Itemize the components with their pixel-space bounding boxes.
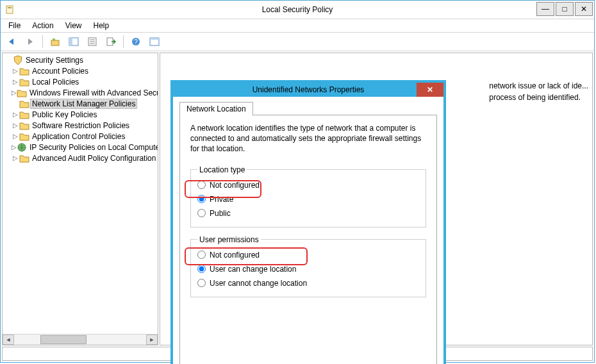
folder-icon	[19, 99, 29, 109]
tree-item[interactable]: ▷Account Policies	[3, 65, 158, 76]
up-button[interactable]	[47, 34, 63, 49]
menu-view[interactable]: View	[60, 21, 87, 31]
folder-icon	[19, 77, 29, 87]
tree-item[interactable]: ▷Local Policies	[3, 76, 158, 87]
tree-item-label: IP Security Policies on Local Compute	[28, 143, 158, 152]
scroll-track[interactable]	[14, 335, 146, 344]
close-button[interactable]: ✕	[575, 2, 593, 16]
radio-input[interactable]	[197, 195, 206, 203]
maximize-button[interactable]: □	[556, 2, 574, 16]
content-line: process of being identified.	[489, 92, 588, 103]
folder-icon	[19, 110, 29, 120]
tab-network-location[interactable]: Network Location	[179, 102, 253, 115]
dialog-body: Network Location A network location iden…	[173, 97, 443, 364]
tree-root[interactable]: ▷ Security Settings	[3, 54, 158, 65]
globe-icon	[17, 142, 27, 153]
folder-icon	[19, 131, 29, 142]
dialog-description: A network location identifies the type o…	[190, 123, 426, 154]
group-location-legend: Location type	[197, 165, 247, 174]
expander-icon[interactable]: ▷	[12, 111, 19, 118]
tree-item[interactable]: ▷Network List Manager Policies	[3, 98, 158, 109]
radio-label: User cannot change location	[210, 279, 307, 288]
radio-input[interactable]	[197, 181, 206, 189]
group-location-type: Location type Not configured Private Pub…	[190, 165, 426, 228]
shield-icon	[13, 55, 23, 65]
tree-root-label: Security Settings	[24, 56, 85, 65]
svg-rect-13	[150, 38, 159, 40]
tree-item-label: Public Key Policies	[31, 110, 98, 119]
tree-item[interactable]: ▷Windows Firewall with Advanced Secu	[3, 87, 158, 98]
radio-private[interactable]: Private	[197, 192, 419, 206]
folder-icon	[19, 120, 29, 131]
radio-public[interactable]: Public	[197, 206, 419, 220]
tree-item-label: Network List Manager Policies	[31, 99, 137, 108]
toolbar-separator	[42, 35, 43, 48]
dialog-titlebar[interactable]: Unidentified Networks Properties ✕	[173, 83, 443, 97]
expander-icon[interactable]: ▷	[12, 122, 19, 129]
help-button[interactable]: ?	[128, 34, 144, 49]
expander-icon[interactable]: ▷	[12, 78, 19, 85]
radio-not-configured[interactable]: Not configured	[197, 178, 419, 192]
expander-icon[interactable]: ▷	[12, 133, 19, 140]
menu-file[interactable]: File	[3, 21, 26, 31]
forward-button[interactable]	[22, 34, 38, 49]
svg-text:?: ?	[134, 38, 138, 46]
tab-content: A network location identifies the type o…	[179, 115, 437, 364]
toolbar-separator	[123, 35, 124, 48]
main-area: ▷ Security Settings ▷Account Policies▷Lo…	[1, 51, 594, 347]
window-controls: — □ ✕	[536, 2, 593, 16]
scroll-thumb[interactable]	[40, 335, 87, 344]
tree-item-label: Advanced Audit Policy Configuration	[31, 154, 157, 163]
radio-input[interactable]	[197, 265, 206, 273]
folder-icon	[17, 88, 27, 98]
expander-icon[interactable]: ▷	[12, 144, 17, 151]
svg-rect-0	[6, 6, 13, 13]
tree-item[interactable]: ▷Advanced Audit Policy Configuration	[3, 153, 158, 163]
svg-rect-2	[51, 40, 59, 46]
app-icon	[4, 4, 15, 15]
radio-label: User can change location	[210, 265, 296, 274]
scroll-left-button[interactable]: ◄	[3, 335, 14, 345]
menubar: File Action View Help	[1, 19, 594, 33]
content-line: network issue or lack of ide...	[489, 80, 588, 92]
refresh-button[interactable]	[146, 34, 163, 49]
tree-item-label: Local Policies	[31, 78, 80, 87]
tree-item[interactable]: ▷Public Key Policies	[3, 109, 158, 120]
radio-perm-not-configured[interactable]: Not configured	[197, 248, 419, 262]
radio-input[interactable]	[197, 279, 206, 287]
folder-icon	[19, 153, 29, 163]
dialog-title: Unidentified Networks Properties	[173, 85, 443, 94]
folder-icon	[19, 66, 29, 76]
horizontal-scrollbar[interactable]: ◄ ►	[3, 334, 158, 345]
dialog-close-button[interactable]: ✕	[417, 83, 443, 97]
show-hide-tree-button[interactable]	[65, 34, 82, 49]
menu-help[interactable]: Help	[88, 21, 115, 31]
scroll-right-button[interactable]: ►	[146, 335, 158, 345]
expander-icon[interactable]: ▷	[12, 89, 17, 96]
group-user-permissions: User permissions Not configured User can…	[190, 235, 426, 297]
radio-input[interactable]	[197, 209, 206, 217]
tree-item-label: Account Policies	[31, 67, 90, 76]
back-button[interactable]	[3, 34, 20, 49]
expander-icon[interactable]: ▷	[12, 154, 19, 161]
properties-dialog: Unidentified Networks Properties ✕ Netwo…	[170, 80, 446, 364]
content-text: network issue or lack of ide... process …	[489, 80, 588, 103]
toolbar: ?	[1, 33, 594, 51]
minimize-button[interactable]: —	[536, 2, 554, 16]
tree-item[interactable]: ▷IP Security Policies on Local Compute	[3, 142, 158, 153]
tree-item-label: Windows Firewall with Advanced Secu	[28, 88, 158, 97]
expander-icon[interactable]: ▷	[12, 67, 19, 74]
properties-button[interactable]	[84, 34, 101, 49]
radio-input[interactable]	[197, 251, 206, 259]
menu-action[interactable]: Action	[27, 21, 58, 31]
radio-label: Private	[210, 195, 233, 204]
radio-perm-cannot-change[interactable]: User cannot change location	[197, 276, 419, 290]
tree-item-label: Application Control Policies	[31, 132, 126, 141]
security-tree[interactable]: ▷ Security Settings ▷Account Policies▷Lo…	[3, 53, 158, 334]
radio-perm-can-change[interactable]: User can change location	[197, 262, 419, 276]
svg-rect-4	[69, 38, 72, 46]
tree-item[interactable]: ▷Application Control Policies	[3, 131, 158, 142]
tree-pane: ▷ Security Settings ▷Account Policies▷Lo…	[2, 53, 158, 345]
tree-item[interactable]: ▷Software Restriction Policies	[3, 120, 158, 131]
export-button[interactable]	[103, 34, 119, 49]
